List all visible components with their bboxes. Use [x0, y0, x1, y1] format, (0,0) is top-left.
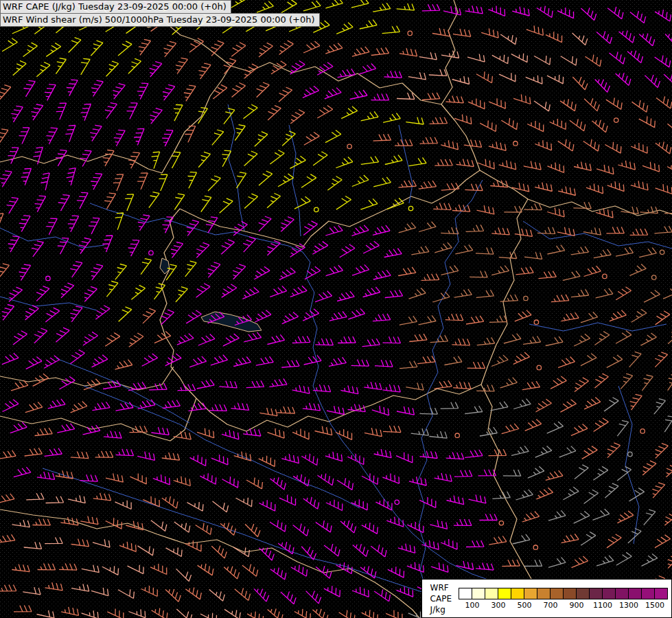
legend-color-cell — [472, 588, 485, 599]
header-line-shear: WRF Wind shear (m/s) 500/1000hPa Tuesday… — [0, 13, 320, 27]
legend-color-cell — [616, 588, 629, 599]
legend-title-variable: CAPE — [430, 593, 452, 604]
legend-tick-label: 1500 — [645, 601, 664, 610]
legend-tick-label: 700 — [544, 601, 558, 610]
legend-color-cell — [498, 588, 511, 599]
map-header: WRF CAPE (J/kg) Tuesday 23-09-2025 00:00… — [0, 0, 320, 27]
legend-color-cell — [524, 588, 537, 599]
legend-color-cell — [655, 588, 668, 599]
legend-color-cell — [629, 588, 642, 599]
legend-tick-label: 500 — [518, 601, 532, 610]
legend-tick-label: 1300 — [619, 601, 638, 610]
legend-color-cell — [603, 588, 616, 599]
legend-colorbar: 100300500700900110013001500 — [459, 588, 668, 610]
weather-map-page: WRF CAPE (J/kg) Tuesday 23-09-2025 00:00… — [0, 0, 672, 618]
legend-tick-label: 100 — [465, 601, 480, 610]
legend-color-cell — [511, 588, 524, 599]
cape-legend: WRF CAPE J/kg 10030050070090011001300150… — [421, 579, 672, 618]
header-line-cape: WRF CAPE (J/kg) Tuesday 23-09-2025 00:00… — [0, 0, 231, 14]
legend-tick-label: 300 — [491, 601, 506, 610]
legend-color-cell — [551, 588, 564, 599]
legend-title-unit: J/kg — [430, 604, 452, 615]
legend-color-cell — [642, 588, 655, 599]
legend-color-cell — [459, 588, 472, 599]
legend-tick-labels: 100300500700900110013001500 — [459, 600, 668, 610]
legend-color-cells — [459, 588, 668, 599]
legend-color-cell — [537, 588, 551, 599]
legend-tick-label: 1100 — [593, 601, 612, 610]
legend-color-cell — [485, 588, 498, 599]
legend-title-model: WRF — [430, 582, 452, 593]
legend-color-cell — [590, 588, 603, 599]
legend-color-cell — [577, 588, 590, 599]
legend-tick-label: 900 — [570, 601, 584, 610]
legend-color-cell — [564, 588, 577, 599]
weather-map — [0, 0, 672, 618]
legend-titles: WRF CAPE J/kg — [425, 582, 459, 615]
